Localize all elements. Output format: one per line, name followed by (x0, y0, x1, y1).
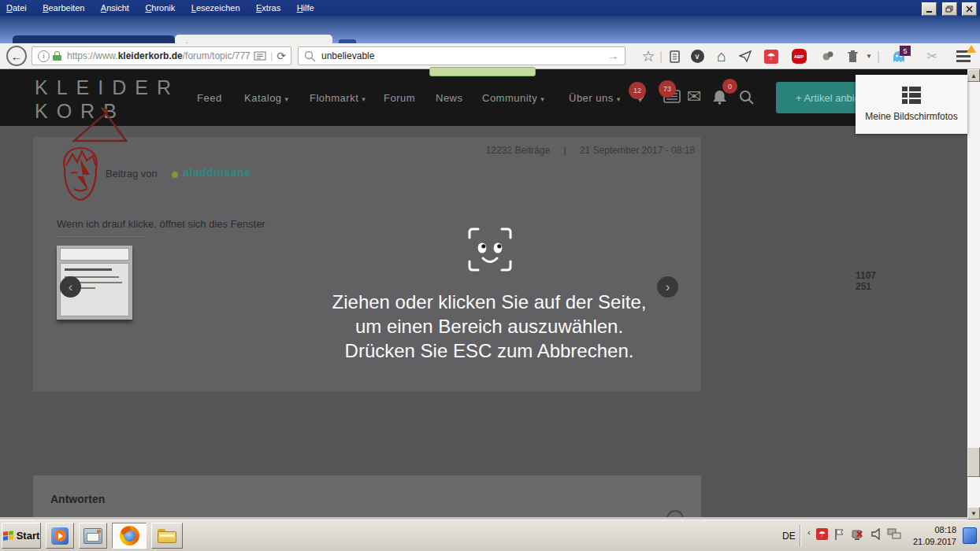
scroll-up-button[interactable]: ▲ (967, 69, 980, 82)
tray-volume-icon[interactable] (871, 528, 882, 540)
taskbar: Start DE (0, 520, 980, 551)
start-button[interactable]: Start (2, 523, 41, 549)
chevron-down-icon[interactable]: ▼ (863, 43, 874, 69)
tray-flag-icon[interactable] (833, 528, 845, 541)
window-controls (920, 2, 977, 16)
menu-datei[interactable]: Datei (0, 1, 33, 13)
post-byline: Beitrag von (106, 168, 158, 179)
avatar[interactable] (58, 145, 102, 203)
hanger-logo-icon (69, 107, 131, 143)
nav-flohmarkt[interactable]: Flohmarkt▾ (310, 92, 366, 104)
reply-title: Antworten (50, 493, 105, 505)
navigation-toolbar: ← i https://www.kleiderkorb.de/forum/top… (0, 43, 980, 69)
menu-bearbeiten[interactable]: Bearbeiten (36, 1, 91, 13)
caret-down-icon: ▾ (540, 95, 544, 103)
site-search-icon[interactable] (739, 90, 754, 108)
my-shots-panel[interactable]: Meine Bildschirmfotos (856, 75, 967, 134)
url-bar[interactable]: i https://www.kleiderkorb.de/forum/topic… (32, 46, 291, 65)
tray-divider (800, 525, 801, 547)
overlay-line: Ziehen oder klicken Sie auf der Seite, (189, 290, 789, 314)
screen: Datei Bearbeiten Ansicht Chronik Lesezei… (0, 0, 980, 551)
scroll-down-button[interactable]: ▼ (967, 507, 980, 520)
bookmark-star-icon[interactable]: ☆ (638, 43, 659, 69)
tray-date: 21.09.2017 (908, 536, 956, 548)
send-tab-icon[interactable] (735, 43, 755, 69)
https-lock-icon (53, 51, 61, 61)
close-icon (966, 6, 973, 13)
minimize-button[interactable] (922, 2, 937, 16)
caret-down-icon: ▾ (285, 95, 289, 103)
avira-icon[interactable]: ☂ (761, 43, 781, 69)
menu-hilfe[interactable]: Hilfe (291, 1, 321, 13)
divider: | (659, 43, 663, 69)
ghostery-icon[interactable]: 5 (887, 43, 911, 69)
menu-extras[interactable]: Extras (250, 1, 287, 13)
tab-bar: Klamotten verkaufen und Kleid ✕ kleiderk… (0, 16, 980, 43)
screenshots-overlay-instructions: Ziehen oder klicken Sie auf der Seite, u… (189, 290, 789, 363)
reader-mode-icon[interactable] (254, 51, 266, 61)
menu-ansicht[interactable]: Ansicht (95, 1, 135, 13)
caret-down-icon: ▾ (617, 95, 621, 103)
online-dot (172, 172, 178, 178)
adblock-plus-icon[interactable]: ABP (788, 43, 810, 69)
post-author-link[interactable]: aladdinsane (183, 166, 251, 179)
taskbar-firefox-button[interactable] (112, 523, 147, 549)
reply-card: Antworten (33, 475, 701, 520)
firefox-icon (120, 526, 139, 545)
tray-clock[interactable]: 08:18 21.09.2017 (908, 524, 956, 548)
search-bar[interactable]: unbelievable → (298, 46, 625, 65)
restore-button[interactable] (942, 2, 957, 16)
caret-down-icon: ▾ (362, 95, 366, 103)
site-header: KLEIDER KORB Feed Katalog▾ Flohmarkt▾ Fo… (0, 69, 967, 126)
tray-network-icon[interactable] (887, 528, 901, 540)
search-input[interactable]: unbelievable (321, 50, 374, 61)
screenshots-face-icon (466, 226, 514, 273)
menu-lesezeichen[interactable]: Lesezeichen (185, 1, 247, 13)
home-icon[interactable]: ⌂ (711, 43, 732, 69)
logo-line1: KLEIDER (35, 76, 180, 99)
tray-avira-icon[interactable]: ☂ (816, 528, 828, 540)
taskbar-media-player-button[interactable] (46, 523, 74, 549)
green-banner-fragment (429, 67, 536, 76)
pocket-icon[interactable]: ∨ (687, 43, 707, 69)
library-icon[interactable] (664, 43, 685, 69)
nav-news[interactable]: News (436, 92, 463, 104)
search-go-icon[interactable]: → (607, 50, 618, 62)
taskbar-mail-button[interactable] (79, 523, 107, 549)
carousel-prev-button[interactable]: ‹ (60, 276, 81, 298)
nav-katalog[interactable]: Katalog▾ (244, 92, 289, 104)
tray-device-disconnected-icon[interactable] (851, 528, 863, 541)
media-player-icon (51, 527, 69, 545)
taskbar-folder-button[interactable] (151, 523, 183, 549)
close-button[interactable] (962, 2, 977, 16)
tray-time: 08:18 (908, 524, 956, 536)
hamburger-menu-icon[interactable] (950, 43, 977, 69)
ghostery-badge: 5 (900, 46, 911, 56)
mail-app-icon (84, 528, 102, 544)
tray-collapse-icon[interactable]: ‹ (805, 528, 813, 537)
nav-feed[interactable]: Feed (197, 92, 222, 104)
my-shots-grid-icon (902, 87, 921, 104)
feed-badge: 73 (659, 80, 676, 98)
envelope-icon[interactable]: ✉ (687, 87, 701, 107)
nav-community[interactable]: Community▾ (482, 92, 544, 104)
window-menubar: Datei Bearbeiten Ansicht Chronik Lesezei… (0, 0, 980, 16)
ghostery-gray-icon[interactable] (818, 43, 838, 69)
overlay-line: Drücken Sie ESC zum Abbrechen. (189, 338, 789, 363)
my-shots-label: Meine Bildschirmfotos (865, 111, 957, 122)
search-icon (304, 50, 316, 62)
start-label: Start (17, 530, 40, 542)
scrollbar-thumb[interactable] (967, 447, 980, 477)
nav-forum[interactable]: Forum (384, 92, 415, 104)
language-indicator[interactable]: DE (782, 531, 796, 542)
back-button[interactable]: ← (6, 46, 27, 66)
url-text: https://www.kleiderkorb.de/forum/topic/7… (67, 50, 251, 61)
page-info-icon[interactable]: i (38, 50, 50, 62)
nav-ueber-uns[interactable]: Über uns▾ (569, 92, 621, 104)
screenshots-scissors-icon[interactable]: ✂ (920, 43, 944, 69)
post-body-text: Wenn ich drauf klicke, öffnet sich dies … (57, 218, 265, 230)
forget-trash-icon[interactable] (843, 43, 862, 69)
menu-chronik[interactable]: Chronik (139, 1, 181, 13)
show-desktop-icon[interactable] (963, 527, 977, 544)
reload-icon[interactable]: ⟳ (277, 50, 286, 62)
